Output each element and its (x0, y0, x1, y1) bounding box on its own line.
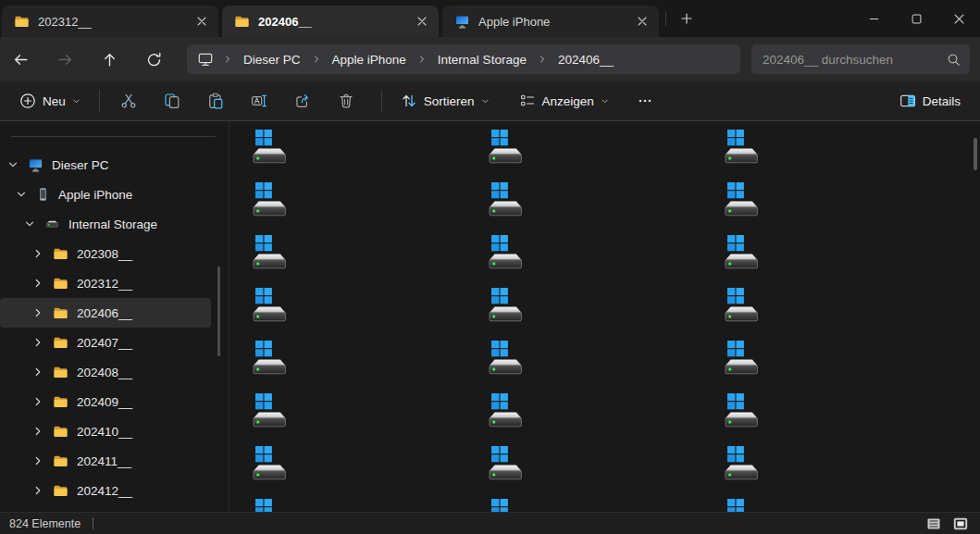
copy-button[interactable] (154, 86, 191, 116)
file-item[interactable] (251, 234, 288, 269)
file-item[interactable] (251, 392, 288, 428)
sidebar-item-202308[interactable]: 202308__ (0, 239, 211, 268)
 (24, 218, 35, 230)
file-item[interactable] (251, 287, 288, 322)
system-drive-icon (251, 287, 288, 322)
search-input[interactable] (763, 53, 947, 67)
file-item[interactable] (723, 498, 760, 512)
tab-close-button[interactable] (411, 10, 433, 32)
file-list-area[interactable] (229, 121, 980, 512)
system-drive-icon (251, 445, 288, 480)
refresh-button[interactable] (135, 43, 172, 76)
sidebar-scrollbar[interactable] (217, 267, 220, 356)
file-item[interactable] (723, 392, 760, 428)
tab-close-button[interactable] (631, 10, 653, 32)
tab-apple-iphone[interactable]: Apple iPhone (442, 6, 659, 37)
chevron-right-icon[interactable] (31, 394, 45, 409)
back-button[interactable] (2, 43, 39, 76)
breadcrumb-item-internal-storage[interactable]: Internal Storage (429, 46, 535, 72)
file-item[interactable] (251, 129, 288, 164)
sidebar-item-apple-iphone[interactable]: Apple iPhone (0, 180, 211, 209)
new-button[interactable]: Neu (11, 86, 89, 116)
chevron-right-icon[interactable] (31, 453, 45, 468)
cut-button[interactable] (110, 86, 147, 116)
folder-icon (53, 454, 68, 467)
file-item[interactable] (723, 129, 760, 164)
content-scrollbar[interactable] (974, 138, 977, 170)
file-item[interactable] (723, 445, 760, 480)
details-view-toggle[interactable] (922, 514, 946, 533)
sidebar-item-202407[interactable]: 202407__ (0, 328, 211, 357)
chevron-right-icon[interactable] (31, 335, 45, 350)
tab-202312[interactable]: 202312__ (2, 6, 218, 37)
chevron-down-icon[interactable] (6, 157, 20, 172)
sidebar-item-202406[interactable]: 202406__ (0, 298, 211, 328)
file-item[interactable] (251, 340, 288, 375)
sort-button[interactable]: Sortieren (392, 86, 498, 116)
file-item[interactable] (251, 498, 288, 512)
file-item[interactable] (251, 445, 288, 480)
forward-button[interactable] (46, 43, 83, 76)
up-button[interactable] (91, 43, 128, 76)
chevron-right-icon[interactable] (31, 365, 45, 379)
sidebar-item-202411[interactable]: 202411__ (0, 446, 211, 476)
file-item[interactable] (487, 445, 524, 480)
sidebar-item-202408[interactable]: 202408__ (0, 357, 211, 387)
breadcrumb-item-202406[interactable]: 202406__ (550, 46, 622, 72)
file-item[interactable] (487, 129, 524, 164)
search-box[interactable] (751, 44, 970, 74)
close-window-button[interactable] (937, 0, 980, 37)
sidebar-item-202410[interactable]: 202410__ (0, 416, 211, 446)
file-item[interactable] (487, 234, 524, 269)
more-options-button[interactable] (626, 86, 664, 116)
rename-button[interactable] (241, 86, 278, 116)
chevron-right-icon[interactable] (31, 424, 45, 439)
thumbnail-view-toggle[interactable] (949, 514, 973, 533)
system-drive-icon (251, 340, 288, 375)
sidebar-item-dieser-pc[interactable]: Dieser PC (0, 150, 211, 180)
share-icon (294, 93, 311, 109)
file-item[interactable] (487, 340, 524, 375)
tab-close-button[interactable] (191, 10, 213, 32)
sidebar-item-202409[interactable]: 202409__ (0, 387, 211, 416)
chevron-right-icon (223, 55, 232, 64)
 (7, 159, 19, 170)
sidebar-item-202412[interactable]: 202412__ (0, 476, 211, 505)
monitor-outline-icon (198, 52, 213, 67)
tree-item-label: Dieser PC (52, 158, 109, 172)
sidebar-item-internal-storage[interactable]: Internal Storage (0, 209, 211, 239)
details-pane-button[interactable]: Details (891, 86, 969, 116)
delete-button[interactable] (328, 86, 365, 116)
share-button[interactable] (284, 86, 321, 116)
file-item[interactable] (723, 234, 760, 269)
breadcrumb-item-apple-iphone[interactable]: Apple iPhone (324, 46, 415, 72)
location-icon-button[interactable] (191, 46, 220, 72)
sidebar-item-202312[interactable]: 202312__ (0, 268, 211, 298)
maximize-button[interactable] (895, 0, 937, 37)
paste-button[interactable] (197, 86, 234, 116)
status-bar: 824 Elemente (0, 512, 980, 534)
address-bar[interactable]: Dieser PCApple iPhoneInternal Storage202… (187, 44, 740, 74)
file-item[interactable] (487, 181, 524, 217)
chevron-down-icon[interactable] (14, 187, 29, 202)
view-button[interactable]: Anzeigen (511, 86, 617, 116)
tree-item-label: Internal Storage (68, 217, 157, 231)
minimize-button[interactable] (852, 0, 895, 37)
chevron-right-icon[interactable] (31, 246, 45, 261)
chevron-right-icon[interactable] (31, 305, 45, 320)
file-item[interactable] (723, 287, 760, 322)
file-item[interactable] (723, 340, 760, 375)
toolbar-divider (99, 90, 100, 112)
file-item[interactable] (723, 181, 760, 217)
chevron-down-icon[interactable] (22, 217, 37, 231)
chevron-right-icon[interactable] (31, 483, 45, 498)
file-item[interactable] (487, 392, 524, 428)
file-item[interactable] (487, 498, 524, 512)
system-drive-icon (251, 129, 288, 164)
tab-202406[interactable]: 202406__ (222, 6, 439, 37)
file-item[interactable] (251, 181, 288, 217)
new-tab-button[interactable] (673, 6, 701, 31)
file-item[interactable] (487, 287, 524, 322)
breadcrumb-item-dieser-pc[interactable]: Dieser PC (235, 46, 309, 72)
chevron-right-icon[interactable] (31, 276, 45, 291)
